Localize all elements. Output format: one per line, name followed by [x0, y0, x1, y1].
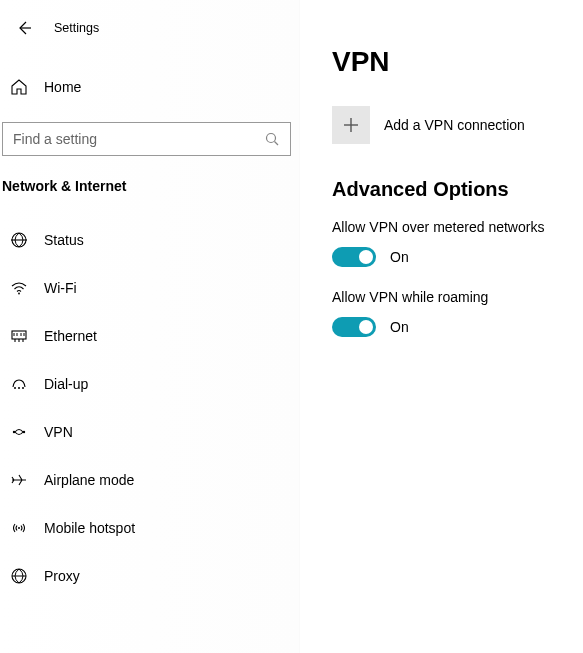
sidebar-item-hotspot[interactable]: Mobile hotspot [0, 504, 299, 552]
svg-point-1 [267, 134, 276, 143]
search-icon [264, 131, 280, 147]
nav-label: Proxy [44, 568, 80, 584]
option-roaming: Allow VPN while roaming On [332, 289, 563, 337]
nav-label: Airplane mode [44, 472, 134, 488]
sidebar: Settings Home Network & Intern [0, 0, 300, 653]
sidebar-item-dialup[interactable]: Dial-up [0, 360, 299, 408]
back-button[interactable] [14, 18, 34, 38]
add-vpn-button[interactable]: Add a VPN connection [332, 106, 563, 144]
ethernet-icon [8, 327, 30, 345]
svg-point-19 [18, 527, 20, 529]
sidebar-item-ethernet[interactable]: Ethernet [0, 312, 299, 360]
dialup-icon [8, 375, 30, 393]
app-title: Settings [54, 21, 99, 35]
svg-point-14 [14, 387, 16, 389]
wifi-icon [8, 279, 30, 297]
nav-label: Mobile hotspot [44, 520, 135, 536]
add-vpn-label: Add a VPN connection [384, 117, 525, 133]
plus-icon [342, 116, 360, 134]
search-input[interactable] [13, 131, 264, 147]
nav-list: Status Wi-Fi [0, 216, 299, 600]
nav-label: Status [44, 232, 84, 248]
toggle-state-label: On [390, 319, 409, 335]
nav-label: VPN [44, 424, 73, 440]
vpn-icon [8, 423, 30, 441]
toggle-roaming[interactable] [332, 317, 376, 337]
hotspot-icon [8, 519, 30, 537]
sidebar-item-wifi[interactable]: Wi-Fi [0, 264, 299, 312]
sidebar-item-airplane[interactable]: Airplane mode [0, 456, 299, 504]
sidebar-item-proxy[interactable]: Proxy [0, 552, 299, 600]
back-arrow-icon [16, 20, 32, 36]
svg-point-5 [18, 293, 20, 295]
sidebar-item-status[interactable]: Status [0, 216, 299, 264]
sidebar-home[interactable]: Home [0, 66, 299, 108]
toggle-state-label: On [390, 249, 409, 265]
main-content: VPN Add a VPN connection Advanced Option… [300, 0, 583, 653]
nav-label: Ethernet [44, 328, 97, 344]
home-label: Home [44, 79, 81, 95]
sidebar-item-vpn[interactable]: VPN [0, 408, 299, 456]
advanced-options-title: Advanced Options [332, 178, 563, 201]
svg-point-18 [23, 431, 25, 433]
proxy-icon [8, 567, 30, 585]
nav-label: Wi-Fi [44, 280, 77, 296]
svg-point-16 [22, 387, 24, 389]
category-title: Network & Internet [0, 164, 299, 194]
nav-label: Dial-up [44, 376, 88, 392]
header-row: Settings [0, 8, 299, 48]
toggle-knob [359, 250, 373, 264]
option-label: Allow VPN over metered networks [332, 219, 563, 235]
status-icon [8, 231, 30, 249]
svg-line-2 [275, 142, 279, 146]
home-icon [8, 78, 30, 96]
airplane-icon [8, 471, 30, 489]
search-wrap [0, 114, 299, 164]
option-label: Allow VPN while roaming [332, 289, 563, 305]
toggle-metered[interactable] [332, 247, 376, 267]
svg-point-15 [18, 387, 20, 389]
svg-point-17 [13, 431, 15, 433]
search-box[interactable] [2, 122, 291, 156]
add-tile [332, 106, 370, 144]
option-metered: Allow VPN over metered networks On [332, 219, 563, 267]
page-title: VPN [332, 46, 563, 78]
toggle-knob [359, 320, 373, 334]
